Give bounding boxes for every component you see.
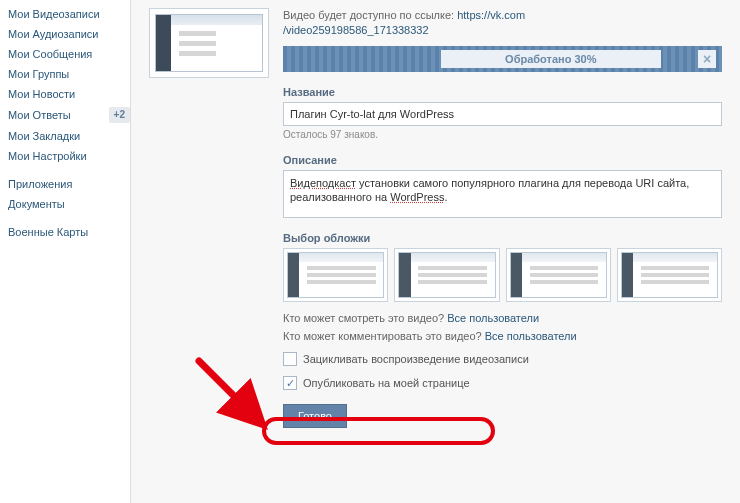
- description-heading: Описание: [283, 154, 722, 166]
- cover-heading: Выбор обложки: [283, 232, 722, 244]
- nav-my-groups[interactable]: Мои Группы: [8, 64, 130, 84]
- replies-badge: +2: [109, 107, 130, 123]
- main-panel: Видео будет доступно по ссылке: https://…: [130, 0, 740, 503]
- privacy-view-line: Кто может смотреть это видео? Все пользо…: [283, 312, 722, 324]
- nav-my-videos[interactable]: Мои Видеозаписи: [8, 4, 130, 24]
- nav-my-settings[interactable]: Мои Настройки: [8, 146, 130, 166]
- nav-my-audio[interactable]: Мои Аудиозаписи: [8, 24, 130, 44]
- publish-label: Опубликовать на моей странице: [303, 377, 470, 389]
- privacy-view-link[interactable]: Все пользователи: [447, 312, 539, 324]
- progress-label: Обработано 30%: [441, 50, 661, 68]
- privacy-comment-line: Кто может комментировать это видео? Все …: [283, 330, 722, 342]
- loop-label: Зацикливать воспроизведение видеозаписи: [303, 353, 529, 365]
- loop-checkbox-row[interactable]: Зацикливать воспроизведение видеозаписи: [283, 352, 722, 366]
- nav-documents[interactable]: Документы: [8, 194, 130, 214]
- cover-option-3[interactable]: [506, 248, 611, 302]
- video-thumbnail: [149, 8, 269, 78]
- privacy-comment-link[interactable]: Все пользователи: [485, 330, 577, 342]
- cover-option-1[interactable]: [283, 248, 388, 302]
- cover-options: [283, 248, 722, 302]
- progress-close-icon[interactable]: ×: [698, 50, 716, 68]
- submit-button[interactable]: Готово: [283, 404, 347, 428]
- nav-my-bookmarks[interactable]: Мои Закладки: [8, 126, 130, 146]
- sidebar: Мои Видеозаписи Мои Аудиозаписи Мои Сооб…: [0, 0, 130, 242]
- title-chars-left: Осталось 97 знаков.: [283, 129, 722, 140]
- loop-checkbox[interactable]: [283, 352, 297, 366]
- nav-my-replies[interactable]: Мои Ответы +2: [8, 104, 130, 126]
- nav-my-messages[interactable]: Мои Сообщения: [8, 44, 130, 64]
- nav-my-news[interactable]: Мои Новости: [8, 84, 130, 104]
- nav-military-maps[interactable]: Военные Карты: [8, 222, 130, 242]
- title-heading: Название: [283, 86, 722, 98]
- nav-apps[interactable]: Приложения: [8, 174, 130, 194]
- cover-option-2[interactable]: [394, 248, 499, 302]
- title-input[interactable]: [283, 102, 722, 126]
- video-url-line: Видео будет доступно по ссылке: https://…: [283, 8, 722, 38]
- description-input[interactable]: Видеподкаст установки самого популярного…: [283, 170, 722, 218]
- cover-option-4[interactable]: [617, 248, 722, 302]
- publish-checkbox[interactable]: ✓: [283, 376, 297, 390]
- publish-checkbox-row[interactable]: ✓ Опубликовать на моей странице: [283, 376, 722, 390]
- upload-progress: Обработано 30% ×: [283, 46, 722, 72]
